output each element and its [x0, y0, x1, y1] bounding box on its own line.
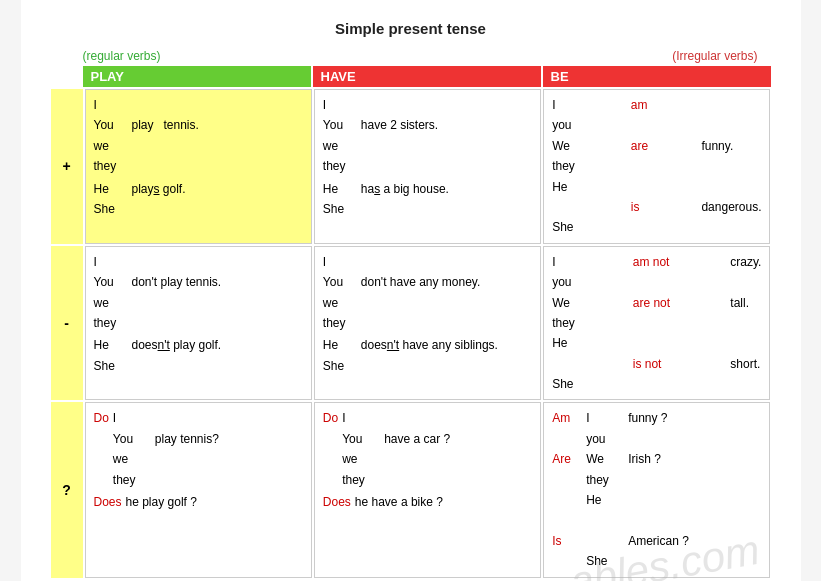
have-question-box: Do I You we they have a car ? Does he ha… — [314, 402, 541, 577]
question-sign: ? — [51, 402, 83, 577]
play-tennis-q: play tennis? — [155, 408, 219, 449]
be-are: are — [631, 136, 661, 156]
funny-q: funny ? — [628, 408, 689, 428]
doesnt-play: doesn't play golf. — [132, 335, 222, 355]
doesnt-have: doesn't have any siblings. — [361, 335, 498, 355]
short: short. — [730, 354, 761, 374]
is-q: Is — [552, 531, 582, 551]
do-label: Do — [94, 408, 109, 428]
tall: tall. — [730, 293, 761, 313]
label-irregular: (Irregular verbs) — [672, 49, 757, 63]
crazy: crazy. — [730, 252, 761, 272]
does-label: Does — [94, 492, 122, 512]
pron-you: You — [94, 115, 132, 135]
are-q: Are — [552, 449, 582, 469]
be-am-not: am not — [633, 252, 688, 272]
be-am: am — [631, 95, 661, 115]
plus-sign: + — [51, 89, 83, 244]
dont-have: don't have any money. — [361, 252, 480, 293]
pron-he: He — [94, 179, 132, 199]
pron-they: they — [94, 156, 132, 176]
play-tennis: play tennis. — [132, 95, 199, 136]
page-title: Simple present tense — [51, 20, 771, 37]
play-header: PLAY — [83, 66, 311, 87]
have-header: HAVE — [313, 66, 541, 87]
be-dangerous: dangerous. — [701, 197, 761, 217]
play-minus-box: I You we they don't play tennis. He She … — [85, 246, 312, 401]
pron-i: I — [94, 95, 132, 115]
have-car-q: have a car ? — [384, 408, 450, 449]
be-minus-box: I you We they He She am not are not is n… — [543, 246, 770, 401]
be-plus-box: I you We they He She am are is — [543, 89, 770, 244]
he-play-golf: he play golf ? — [126, 492, 197, 512]
plays-golf: plays golf. — [132, 179, 186, 199]
be-is: is — [631, 197, 661, 217]
have-minus-box: I You we they don't have any money. He S… — [314, 246, 541, 401]
be-header: BE — [543, 66, 771, 87]
be-is-not: is not — [633, 354, 688, 374]
dont-play: don't play tennis. — [132, 252, 222, 293]
label-regular: (regular verbs) — [83, 49, 161, 63]
have-plus-box: I You we they have 2 sisters. He She has… — [314, 89, 541, 244]
pron-she: She — [94, 199, 132, 219]
pron-we: we — [94, 136, 132, 156]
american-q: American ? — [628, 531, 689, 551]
be-question-box: Am Are Is I you We they He — [543, 402, 770, 577]
play-plus-box: I You we they play tennis. He She plays … — [85, 89, 312, 244]
be-are-not: are not — [633, 293, 688, 313]
he-have-bike: he have a bike ? — [355, 492, 443, 512]
irish-q: Irish ? — [628, 449, 689, 469]
minus-sign: - — [51, 246, 83, 401]
does-have-label: Does — [323, 492, 351, 512]
have-sisters: have 2 sisters. — [361, 95, 438, 136]
be-funny: funny. — [701, 136, 761, 156]
play-question-box: Do I You we they play tennis? Does he pl… — [85, 402, 312, 577]
am-q: Am — [552, 408, 582, 428]
has-house: has a big house. — [361, 179, 449, 199]
do-have-label: Do — [323, 408, 338, 428]
